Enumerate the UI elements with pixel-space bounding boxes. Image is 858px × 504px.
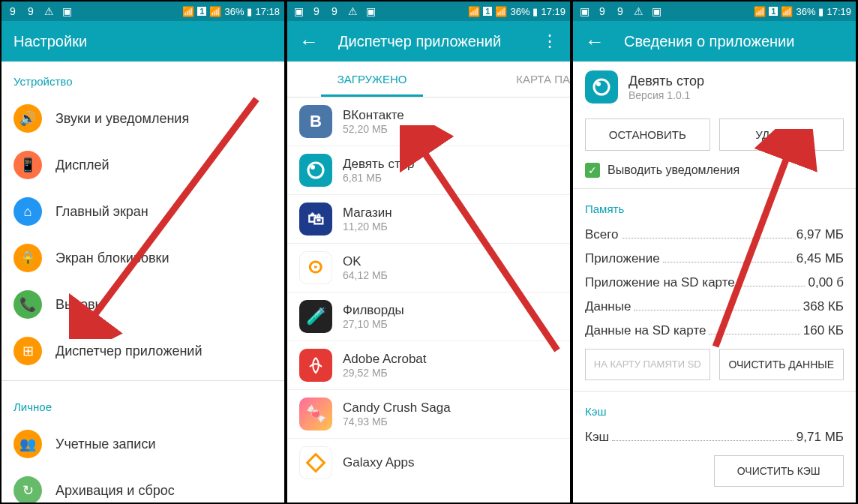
notif-icon: 9 [310,4,323,18]
notif-icon: 9 [328,4,341,18]
svg-point-3 [310,165,315,170]
store-icon: 🛍 [299,202,332,236]
memory-data-sd: Данные на SD карте160 КБ [573,319,856,343]
app-version: Версия 1.0.1 [628,89,704,101]
warning-icon: ⚠ [346,4,359,18]
memory-total: Всего6,97 МБ [573,223,856,247]
apps-icon: ⊞ [14,337,42,365]
acrobat-icon [299,349,332,382]
app-header: Девять стор Версия 1.0.1 [573,62,856,112]
display-icon: 📱 [14,151,42,179]
tab-sdcard[interactable]: КАРТА ПА [457,62,570,97]
app-item-store[interactable]: 🛍 Магазин11,20 МБ [287,195,570,244]
statusbar: ▣ 9 9 ⚠ ▣ 📶 1 📶 36% ▮ 17:19 [287,2,570,21]
tab-downloaded[interactable]: ЗАГРУЖЕНО [287,62,457,97]
clear-cache-button[interactable]: ОЧИСТИТЬ КЭШ [714,455,844,487]
candy-icon: 🍬 [299,398,332,430]
battery-icon: ▮ [818,6,824,17]
wifi-icon: 📶 [182,6,194,17]
warning-icon: ⚠ [632,4,645,18]
cast-icon: ▣ [364,4,377,18]
clock: 17:19 [541,6,566,17]
cast-icon: ▣ [60,4,74,18]
settings-item-lockscreen[interactable]: 🔒 Экран блокировки [2,235,284,281]
app-item-acrobat[interactable]: Adobe Acrobat29,52 МБ [287,341,570,390]
statusbar: 9 9 ⚠ ▣ 📶 1 📶 36% ▮ 17:18 [2,2,284,21]
wifi-icon: 📶 [754,6,766,17]
app-item-vk[interactable]: В ВКонтакте52,20 МБ [287,98,570,146]
page-title: Настройки [14,33,87,50]
settings-item-home[interactable]: ⌂ Главный экран [2,188,284,235]
section-label-personal: Личное [2,387,284,421]
move-sd-button: НА КАРТУ ПАМЯТИ SD [585,349,710,380]
nine-icon [299,154,332,187]
app-item-candy[interactable]: 🍬 Candy Crush Saga74,93 МБ [287,390,570,439]
memory-data: Данные368 КБ [573,295,856,319]
battery-icon: ▮ [247,6,252,17]
battery-percent: 36% [224,6,244,17]
appbar: ← Диспетчер приложений ⋮ [287,21,570,62]
svg-point-6 [594,80,609,94]
app-name: Девять стор [628,74,704,89]
settings-item-accounts[interactable]: 👥 Учетные записи [2,421,284,467]
page-title: Сведения о приложении [624,33,794,50]
statusbar: ▣ 9 9 ⚠ ▣ 📶 1 📶 36% ▮ 17:19 [573,2,856,21]
app-item-nine[interactable]: Девять стор6,81 МБ [287,146,570,195]
appbar: ← Сведения о приложении [573,21,856,62]
backup-icon: ↻ [14,476,42,504]
battery-percent: 36% [510,6,530,17]
app-item-galaxy[interactable]: Galaxy Apps [287,439,570,487]
svg-point-2 [308,163,323,178]
clock: 17:19 [826,6,851,17]
screen-app-info: ▣ 9 9 ⚠ ▣ 📶 1 📶 36% ▮ 17:19 ← Сведения о… [572,0,857,504]
divider [2,380,284,381]
delete-button[interactable]: УДАЛИТЬ [719,118,844,151]
settings-item-app-manager[interactable]: ⊞ Диспетчер приложений [2,328,284,374]
notif-icon: ▣ [292,4,305,18]
sim-indicator: 1 [483,7,492,16]
notif-icon: 9 [614,4,627,18]
accounts-icon: 👥 [14,430,42,458]
section-label-device: Устройство [2,62,284,95]
cache-size: Кэш9,71 МБ [573,425,856,449]
signal-icon: 📶 [495,6,507,17]
section-memory: Память [573,189,856,223]
app-item-ok[interactable]: ⵙ OK64,12 МБ [287,244,570,292]
notif-icon: 9 [596,4,609,18]
lock-icon: 🔒 [14,244,42,272]
battery-percent: 36% [796,6,815,17]
sound-icon: 🔊 [14,104,42,133]
wifi-icon: 📶 [468,6,480,17]
memory-app-sd: Приложение на SD карте0,00 б [573,271,856,295]
notif-icon: ▣ [578,4,591,18]
app-item-filwords[interactable]: 🧪 Филворды27,10 МБ [287,292,570,341]
sim-indicator: 1 [769,7,778,16]
back-button[interactable]: ← [585,30,604,53]
notifications-toggle[interactable]: ✓ Выводить уведомления [573,157,856,188]
home-icon: ⌂ [14,197,42,226]
back-button[interactable]: ← [299,30,319,53]
section-cache: Кэш [573,392,856,425]
warning-icon: ⚠ [42,4,56,18]
page-title: Диспетчер приложений [338,33,501,50]
stop-button[interactable]: ОСТАНОВИТЬ [585,118,710,151]
sim-indicator: 1 [197,7,206,16]
filwords-icon: 🧪 [299,300,332,333]
tabs: ЗАГРУЖЕНО КАРТА ПА [287,62,570,98]
clock: 17:18 [255,6,280,17]
checkbox-checked-icon: ✓ [585,163,600,178]
overflow-menu[interactable]: ⋮ [542,32,558,51]
clear-data-button[interactable]: ОЧИСТИТЬ ДАННЫЕ [719,349,844,380]
settings-item-sounds[interactable]: 🔊 Звуки и уведомления [2,95,284,142]
settings-item-backup[interactable]: ↻ Архивация и сброс [2,467,284,504]
notif-icon: 9 [24,4,38,18]
battery-icon: ▮ [532,6,538,17]
screen-settings: 9 9 ⚠ ▣ 📶 1 📶 36% ▮ 17:18 Настройки Устр… [0,0,286,504]
svg-point-7 [596,82,601,86]
phone-icon: 📞 [14,290,42,319]
notif-icon: 9 [6,4,20,18]
settings-item-display[interactable]: 📱 Дисплей [2,142,284,188]
settings-item-calls[interactable]: 📞 Вызовы [2,281,284,328]
app-icon [585,70,618,104]
signal-icon: 📶 [781,6,793,17]
